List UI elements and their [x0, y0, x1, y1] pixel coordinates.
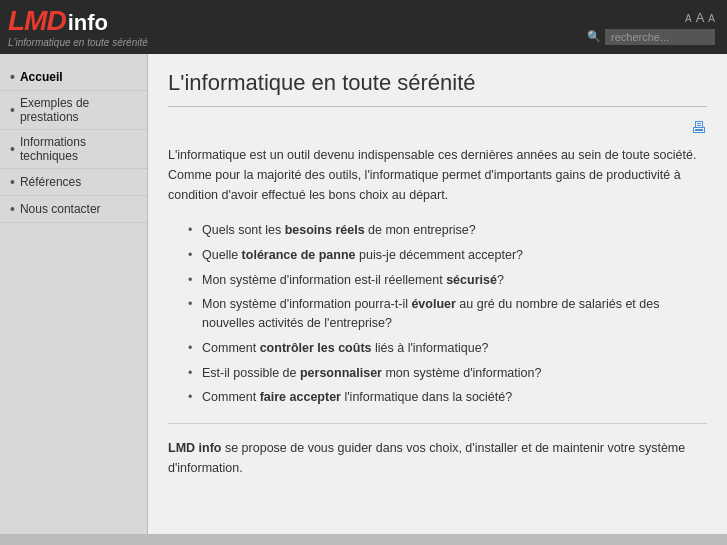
list-item: Mon système d'information pourra-t-il év… [188, 295, 707, 333]
bold-text: besoins réels [285, 223, 365, 237]
logo: LMD info [8, 7, 148, 35]
search-area: 🔍 [587, 29, 715, 45]
sidebar-item-contact[interactable]: Nous contacter [0, 196, 147, 223]
logo-info: info [68, 12, 108, 34]
intro-text: L'informatique est un outil devenu indis… [168, 145, 707, 205]
font-size-controls: A A A [685, 10, 715, 25]
footer-brand: LMD info [168, 441, 221, 455]
sidebar: Accueil Exemples de prestations Informat… [0, 54, 148, 534]
header-right: A A A 🔍 [587, 10, 715, 45]
font-medium-button[interactable]: A [696, 10, 705, 25]
bold-text: personnaliser [300, 366, 382, 380]
header: LMD info L'informatique en toute sérénit… [0, 0, 727, 54]
list-item: Comment contrôler les coûts liés à l'inf… [188, 339, 707, 358]
list-item: Mon système d'information est-il réellem… [188, 271, 707, 290]
footer-text: LMD info se propose de vous guider dans … [168, 438, 707, 478]
sidebar-item-accueil[interactable]: Accueil [0, 64, 147, 91]
font-large-button[interactable]: A [708, 13, 715, 24]
divider-bottom [168, 423, 707, 424]
main-content: L'informatique en toute sérénité 🖶 L'inf… [148, 54, 727, 534]
bold-text: évoluer [411, 297, 455, 311]
print-bar: 🖶 [168, 119, 707, 137]
bottom-bar [0, 534, 727, 545]
bullets-list: Quels sont les besoins réels de mon entr… [188, 221, 707, 407]
sidebar-item-exemples[interactable]: Exemples de prestations [0, 91, 147, 130]
footer-description: se propose de vous guider dans vos choix… [168, 441, 685, 475]
search-input[interactable] [605, 29, 715, 45]
list-item: Est-il possible de personnaliser mon sys… [188, 364, 707, 383]
sidebar-item-references[interactable]: Références [0, 169, 147, 196]
page-title: L'informatique en toute sérénité [168, 70, 707, 96]
sidebar-item-informations[interactable]: Informations techniques [0, 130, 147, 169]
divider-top [168, 106, 707, 107]
bold-text: tolérance de panne [242, 248, 356, 262]
list-item: Quels sont les besoins réels de mon entr… [188, 221, 707, 240]
layout: Accueil Exemples de prestations Informat… [0, 54, 727, 534]
list-item: Comment faire accepter l'informatique da… [188, 388, 707, 407]
font-small-button[interactable]: A [685, 13, 692, 24]
bold-text: faire accepter [260, 390, 341, 404]
logo-lmd: LMD [8, 7, 66, 35]
print-icon[interactable]: 🖶 [691, 119, 707, 137]
list-item: Quelle tolérance de panne puis-je décemm… [188, 246, 707, 265]
bold-text: contrôler les coûts [260, 341, 372, 355]
logo-tagline: L'informatique en toute sérénité [8, 37, 148, 48]
bold-text: sécurisé [446, 273, 497, 287]
logo-area: LMD info L'informatique en toute sérénit… [8, 7, 148, 48]
search-icon: 🔍 [587, 30, 601, 43]
